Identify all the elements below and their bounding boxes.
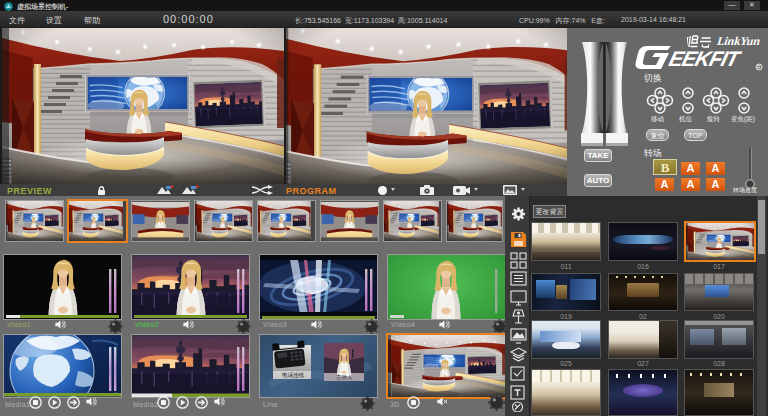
svg-text:主持人: 主持人 — [336, 374, 353, 381]
svg-text:电话连线: 电话连线 — [282, 372, 305, 379]
svg-text:R: R — [757, 64, 761, 70]
svg-text:EEKFIT: EEKFIT — [667, 47, 744, 71]
